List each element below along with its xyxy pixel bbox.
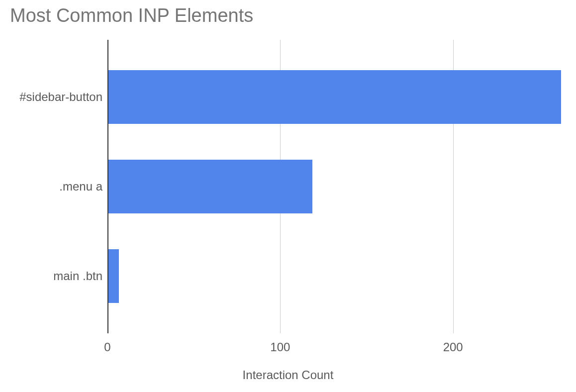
y-tick-label-1: .menu a: [59, 180, 102, 194]
y-axis-line: [107, 40, 108, 333]
x-tick-label-100: 100: [270, 340, 290, 354]
y-tick-label-2: main .btn: [53, 269, 102, 283]
x-axis-label: Interaction Count: [0, 368, 576, 382]
bar-menu-a: [108, 160, 312, 213]
chart-title: Most Common INP Elements: [10, 5, 253, 26]
x-tick-label-0: 0: [104, 340, 110, 354]
bar-main-btn: [108, 249, 119, 303]
x-tick-label-200: 200: [443, 340, 463, 354]
chart-container: Most Common INP Elements #sidebar-button…: [0, 0, 576, 392]
plot-area: [107, 40, 560, 333]
y-tick-label-0: #sidebar-button: [19, 90, 102, 104]
bar-sidebar-button: [108, 70, 561, 124]
